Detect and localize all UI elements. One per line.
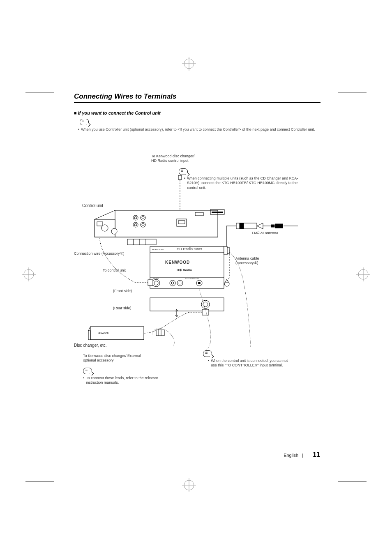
label-rear: (Rear side)	[113, 306, 131, 311]
svg-rect-59	[148, 280, 153, 286]
hd-radio-logo: H① Radio	[177, 268, 192, 272]
tuner-bot1: RESET	[153, 277, 159, 279]
svg-rect-62	[88, 331, 90, 340]
crop-mark-bl	[25, 481, 54, 510]
svg-point-0	[184, 59, 194, 69]
note-icon	[80, 119, 89, 125]
tuner-top-tiny: FM ANT IN ANT	[152, 249, 164, 251]
svg-line-63	[88, 327, 90, 331]
note-icon	[179, 168, 188, 175]
svg-rect-55	[240, 223, 244, 229]
svg-rect-31	[212, 212, 217, 213]
svg-rect-57	[275, 224, 283, 228]
svg-rect-56	[271, 225, 274, 227]
manuals-note: •To connect these leads, refer to the re…	[83, 376, 165, 385]
label-disc-changer: Disc changer, etc.	[74, 343, 106, 348]
label-top: To Kenwood disc changer/ HD Radio contro…	[151, 154, 195, 164]
kenwood-logo: KENWOOD	[165, 260, 190, 265]
label-ext-opt: To Kenwood disc changer/ External option…	[83, 354, 155, 363]
label-hd-tuner: HD Radio tuner	[177, 247, 202, 251]
label-conn-wire: Connection wire (Accessory①)	[74, 251, 125, 256]
label-front: (Front side)	[113, 289, 132, 293]
section-subtitle: ■ If you want to connect the Control uni…	[74, 111, 321, 115]
svg-rect-69	[202, 309, 209, 315]
crop-mark-tr	[338, 64, 367, 92]
svg-rect-52	[224, 246, 227, 255]
svg-rect-19	[97, 222, 103, 226]
controller-note: •When the control unit is connected, you…	[208, 359, 294, 368]
svg-rect-60	[178, 175, 182, 180]
page-content: Connecting Wires to Terminals ■ If you w…	[74, 92, 321, 132]
svg-point-18	[111, 228, 117, 234]
wiring-diagram: KENWOOD To Kenwood disc changer/ HD Radi…	[74, 154, 321, 392]
svg-point-9	[358, 269, 368, 279]
svg-point-3	[184, 480, 194, 490]
top-note: •When you use Controller unit (optional …	[74, 127, 321, 132]
top-note-text: When you use Controller unit (optional a…	[81, 127, 315, 132]
multi-note: •When connecting multiple units (such as…	[184, 176, 299, 190]
crop-mark-br	[338, 481, 367, 510]
label-control-unit: Control unit	[82, 203, 103, 209]
note-icon	[203, 350, 212, 357]
footer-lang: English	[284, 453, 298, 458]
label-ant-cable: Antenna cable (Accessory⑥)	[235, 256, 259, 266]
svg-rect-49	[150, 298, 224, 311]
svg-point-48	[198, 282, 201, 284]
svg-rect-32	[217, 212, 223, 213]
svg-rect-30	[195, 212, 203, 216]
page-title: Connecting Wires to Terminals	[74, 92, 321, 103]
svg-line-14	[95, 210, 115, 219]
label-to-control: To control unit	[103, 268, 126, 273]
label-fmam: FM/AM antenna	[252, 231, 278, 235]
note-icon	[83, 368, 92, 374]
footer-page-number: 11	[313, 451, 320, 458]
svg-rect-34	[127, 239, 156, 245]
svg-text:KENWOOD: KENWOOD	[98, 332, 109, 334]
tuner-bot2: TO CONTROLLER	[185, 277, 199, 279]
svg-point-6	[24, 269, 34, 279]
page-footer: English | 11	[284, 451, 320, 458]
crop-mark-tl	[25, 64, 54, 92]
svg-rect-66	[156, 330, 164, 336]
svg-rect-29	[178, 221, 185, 224]
